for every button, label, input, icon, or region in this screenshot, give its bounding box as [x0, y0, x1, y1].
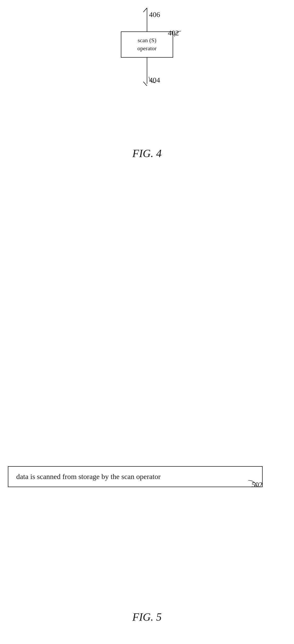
page-container: 406 scan (S) operator 402	[0, 0, 294, 644]
scan-operator-box: scan (S) operator	[121, 31, 173, 58]
label-406: 406	[149, 10, 160, 19]
line-bottom	[147, 58, 147, 84]
svg-line-1	[143, 82, 147, 86]
bracket-502-svg	[239, 478, 260, 488]
label-402: 402	[168, 29, 179, 37]
fig4-caption: FIG. 4	[0, 147, 294, 160]
data-box-container: 502 data is scanned from storage by the …	[8, 466, 263, 487]
scan-box-text-line1: scan (S)	[138, 36, 156, 45]
svg-line-0	[143, 8, 147, 12]
fig4-diagram: 406 scan (S) operator 402	[95, 8, 199, 107]
fig5-caption: FIG. 5	[0, 611, 294, 623]
scan-box-text-line2: operator	[137, 45, 156, 53]
data-box-text: data is scanned from storage by the scan…	[16, 472, 161, 481]
fig4-section: 406 scan (S) operator 402	[0, 8, 294, 170]
data-box: data is scanned from storage by the scan…	[8, 466, 263, 487]
fig5-section: 502 data is scanned from storage by the …	[0, 445, 294, 644]
label-404: 404	[149, 76, 160, 84]
